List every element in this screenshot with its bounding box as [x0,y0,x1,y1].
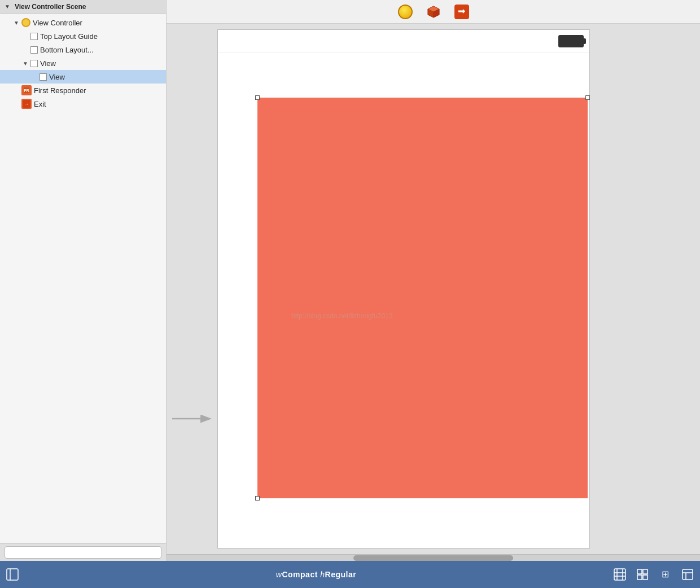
toolbar-cube-btn[interactable] [425,3,442,20]
search-input[interactable] [5,546,161,559]
bottom-toolbar-center: wCompact hRegular [276,570,356,579]
toggle-exit [14,101,21,107]
exit-arrow-icon: ⮕ [454,5,469,19]
bottom-toolbar: wCompact hRegular ⊞ [0,561,700,588]
toolbar-yellow-circle-btn[interactable] [397,3,414,20]
phone-status-bar [218,30,589,52]
toggle-top-layout [23,33,30,40]
battery-icon [558,35,584,47]
view-child-checkbox-icon[interactable] [40,73,47,81]
zoom-btn[interactable] [680,567,695,582]
size-class-h-label: h [318,570,325,579]
sidebar-search-bar [0,543,166,561]
sidebar: ▼ View Controller Scene ▼ View Controlle… [0,0,167,561]
red-view-element[interactable] [257,98,588,498]
bottom-layout-checkbox-icon[interactable] [30,46,38,54]
zoom-icon [681,568,694,581]
exit-label: Exit [34,100,46,108]
sidebar-tree: ▼ View Controller Top Layout Guide Botto… [0,14,166,543]
svg-rect-18 [637,569,642,574]
view-controller-label: View Controller [33,19,82,27]
sidebar-item-bottom-layout[interactable]: Bottom Layout... [0,43,166,56]
bottom-toolbar-left [5,567,20,582]
size-class-w-label: w [276,570,282,579]
canvas-horizontal-scrollbar[interactable] [167,554,700,561]
sidebar-item-top-layout-guide[interactable]: Top Layout Guide [0,29,166,43]
handle-bottom-left[interactable] [255,496,260,501]
panel-icon [6,568,19,581]
toggle-view-child [32,74,40,80]
svg-rect-21 [643,575,648,580]
yellow-circle-icon [398,5,413,19]
canvas-scroll[interactable]: http://blog.csdn.net/lizhongfu2013 [167,24,700,554]
sidebar-item-view-parent[interactable]: ▼ View [0,56,166,70]
sidebar-item-view-controller[interactable]: ▼ View Controller [0,16,166,29]
resize-icon: ⊞ [659,568,671,581]
size-class-compact-label: Compact [282,570,317,579]
top-layout-label: Top Layout Guide [40,32,98,41]
size-adjust-btn[interactable] [635,567,650,582]
sidebar-item-view-child[interactable]: View [0,70,166,84]
page-layout-icon [614,568,626,581]
phone-mockup: http://blog.csdn.net/lizhongfu2013 [217,29,590,548]
svg-text:FR: FR [24,89,29,93]
first-responder-label: First Responder [34,86,86,95]
sidebar-item-exit[interactable]: → Exit [0,97,166,111]
canvas-inner: http://blog.csdn.net/lizhongfu2013 [167,24,700,554]
svg-rect-23 [683,569,693,580]
view-controller-icon [21,18,30,27]
toggle-view-controller[interactable]: ▼ [14,20,21,26]
view-parent-label: View [40,59,56,68]
bottom-toolbar-right: ⊞ [612,567,695,582]
resize-btn[interactable]: ⊞ [657,567,673,582]
view-child-label: View [49,73,65,81]
cube-icon [426,5,441,19]
size-class-regular-label: Regular [325,570,357,579]
scrollbar-thumb[interactable] [353,555,514,561]
entry-arrow-svg [169,407,215,430]
first-responder-icon: FR [21,85,32,95]
toolbar-exit-btn[interactable]: ⮕ [453,3,470,20]
size-adjust-icon [636,568,649,581]
canvas-toolbar: ⮕ [167,0,700,24]
exit-icon: → [21,99,32,109]
svg-rect-19 [643,569,648,574]
scene-header-label: View Controller Scene [15,3,86,11]
page-layout-btn[interactable] [612,567,628,582]
entry-point-arrow [167,407,217,430]
svg-text:→: → [24,102,29,107]
svg-rect-13 [614,569,625,580]
panel-toggle-btn[interactable] [5,567,20,582]
scene-arrow[interactable]: ▼ [5,3,10,10]
canvas-area: ⮕ [167,0,700,561]
handle-top-left[interactable] [255,95,260,100]
view-parent-checkbox-icon[interactable] [30,60,38,67]
svg-rect-11 [7,569,18,580]
handle-top-right[interactable] [585,95,590,100]
svg-text:⊞: ⊞ [662,569,669,579]
svg-rect-20 [637,575,642,580]
scene-header: ▼ View Controller Scene [0,0,166,14]
toggle-bottom-layout [23,47,30,53]
toggle-view-parent[interactable]: ▼ [23,60,30,67]
toggle-first-responder [14,87,21,94]
sidebar-item-first-responder[interactable]: FR First Responder [0,84,166,97]
top-layout-checkbox-icon[interactable] [30,33,38,40]
svg-text:⮕: ⮕ [458,7,466,16]
bottom-layout-label: Bottom Layout... [40,46,94,54]
